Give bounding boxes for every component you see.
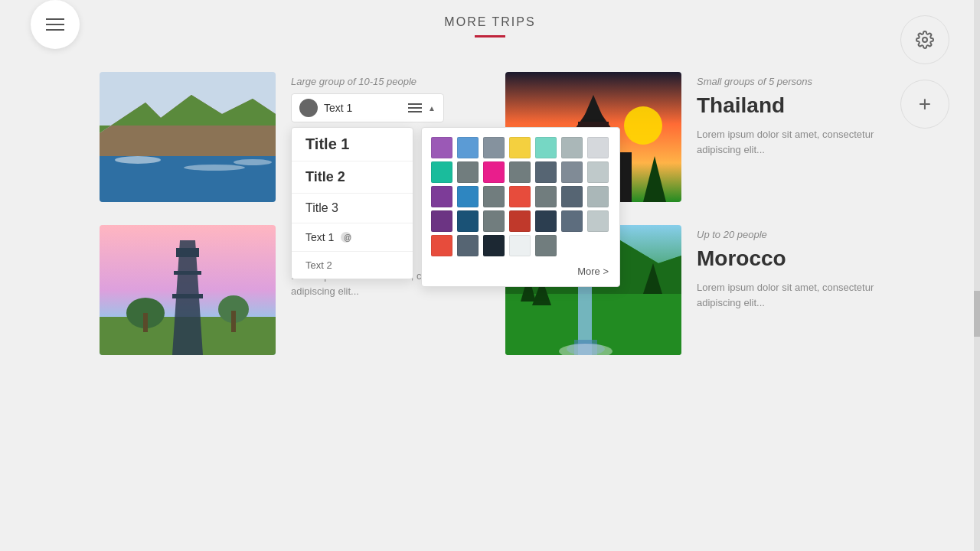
color-swatch[interactable] (509, 137, 531, 158)
text-selector-bar[interactable]: Text 1 ▲ (291, 93, 444, 122)
color-swatch[interactable] (509, 186, 531, 207)
svg-rect-2 (100, 148, 276, 202)
title-underline (475, 35, 505, 37)
text-selector-area: Text 1 ▲ Title 1 Title 2 Title 3 Text 1 (291, 93, 475, 122)
color-swatch[interactable] (535, 210, 557, 232)
color-swatch[interactable] (457, 235, 479, 256)
svg-point-11 (624, 106, 662, 145)
dropdown-arrow: ▲ (428, 104, 436, 112)
card-content-morocco: Up to 20 people Morocco Lorem ipsum dolo… (697, 225, 880, 355)
page-title: MORE TRIPS (444, 15, 535, 29)
color-swatch[interactable] (535, 161, 557, 183)
color-grid (431, 137, 610, 256)
text-selector-label: Text 1 (324, 102, 402, 114)
color-swatch[interactable] (431, 235, 452, 256)
dropdown-item-text1[interactable]: Text 1 @ (292, 223, 413, 252)
color-swatch[interactable] (587, 186, 609, 207)
color-swatch[interactable] (457, 210, 479, 232)
color-swatch[interactable] (509, 235, 531, 256)
svg-point-7 (234, 159, 272, 165)
card-content-thailand: Small groups of 5 persons Thailand Lorem… (697, 72, 880, 202)
cliffs-image (100, 72, 276, 202)
card-title-morocco: Morocco (697, 246, 880, 271)
svg-point-5 (115, 156, 161, 164)
page-title-container: MORE TRIPS (444, 15, 535, 37)
scrollbar[interactable] (974, 0, 980, 551)
color-swatch[interactable] (483, 161, 505, 183)
color-more-button[interactable]: More > (431, 262, 610, 277)
svg-rect-22 (172, 294, 203, 298)
text1-icon: @ (340, 231, 352, 243)
color-swatch[interactable] (561, 186, 583, 207)
card-desc-thailand: Lorem ipsum dolor sit amet, consectetur … (697, 127, 880, 157)
color-swatch[interactable] (535, 186, 557, 207)
color-swatch[interactable] (431, 137, 452, 158)
color-swatch[interactable] (587, 137, 609, 158)
color-swatch[interactable] (483, 137, 505, 158)
color-picker-popup: More > (421, 127, 620, 287)
color-swatch[interactable] (535, 235, 557, 256)
svg-rect-27 (143, 313, 148, 332)
svg-rect-24 (176, 254, 199, 257)
cards-grid: Large group of 10-15 people Text 1 ▲ Tit… (0, 53, 980, 367)
color-swatch[interactable] (561, 137, 583, 158)
color-swatch[interactable] (457, 137, 479, 158)
text-style-dropdown: Title 1 Title 2 Title 3 Text 1 @ Text 2 (291, 127, 413, 279)
plus-icon: + (919, 93, 931, 115)
card-subtitle-thailand: Small groups of 5 persons (697, 76, 880, 87)
svg-rect-29 (231, 311, 236, 332)
svg-rect-25 (176, 248, 199, 254)
card-australia: Large group of 10-15 people Text 1 ▲ Tit… (84, 60, 490, 214)
card-content-cliffs: Large group of 10-15 people Text 1 ▲ Tit… (291, 72, 475, 202)
color-swatch[interactable] (457, 161, 479, 183)
card-desc-morocco: Lorem ipsum dolor sit amet, consectetur … (697, 280, 880, 310)
color-swatch[interactable] (587, 210, 609, 232)
dropdown-item-title3[interactable]: Title 3 (292, 194, 413, 223)
dropdown-item-title1[interactable]: Title 1 (292, 128, 413, 161)
color-swatch[interactable] (561, 210, 583, 232)
align-icon (408, 103, 422, 112)
page-header: MORE TRIPS (0, 0, 980, 53)
color-swatch[interactable] (509, 161, 531, 183)
color-swatch[interactable] (535, 137, 557, 158)
card-subtitle-morocco: Up to 20 people (697, 229, 880, 240)
color-swatch[interactable] (431, 161, 452, 183)
svg-rect-23 (174, 271, 201, 275)
card-subtitle-cliffs: Large group of 10-15 people (291, 76, 475, 87)
color-swatch[interactable] (431, 186, 452, 207)
color-swatch[interactable] (483, 235, 505, 256)
color-swatch[interactable] (431, 210, 452, 232)
svg-text:@: @ (344, 233, 351, 242)
card-title-thailand: Thailand (697, 93, 880, 118)
color-swatch[interactable] (509, 210, 531, 232)
dropdown-item-title2[interactable]: Title 2 (292, 161, 413, 194)
color-swatch[interactable] (587, 161, 609, 183)
dropdown-item-text2[interactable]: Text 2 (292, 252, 413, 279)
color-swatch[interactable] (561, 161, 583, 183)
card-image-cliffs (100, 72, 276, 202)
card-image-france (100, 225, 276, 355)
france-image (100, 225, 276, 355)
color-swatch[interactable] (483, 186, 505, 207)
color-swatch[interactable] (457, 186, 479, 207)
color-swatch[interactable] (483, 210, 505, 232)
scrollbar-thumb[interactable] (974, 291, 980, 337)
add-button[interactable]: + (900, 80, 949, 129)
svg-point-6 (184, 165, 245, 171)
color-indicator (299, 99, 318, 117)
